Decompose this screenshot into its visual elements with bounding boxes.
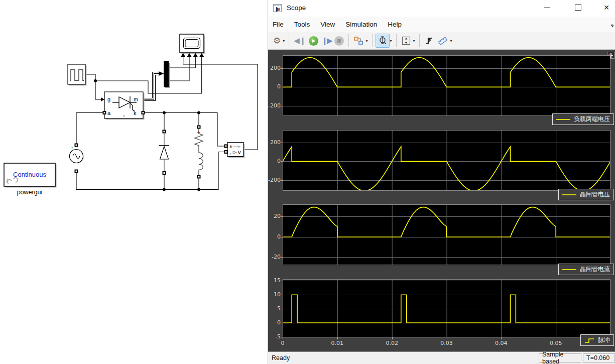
- measurements-button[interactable]: [436, 34, 450, 47]
- wire-vm-to-scope1[interactable]: [183, 57, 258, 150]
- y-tick-label: 20: [267, 213, 281, 219]
- y-tick-label: 200: [267, 65, 281, 71]
- x-tick-label: 0.02: [381, 340, 403, 346]
- measurements-caret-icon[interactable]: ▾: [450, 39, 452, 43]
- y-tick-label: 10: [267, 291, 281, 298]
- toolbar: ⚙ ▾ ◀❙ ▶ ❙▶ ▾ ▾ ▾: [268, 32, 615, 50]
- vm-plus-label: +: [229, 144, 232, 150]
- screen: g m a k +: [0, 0, 615, 364]
- y-tick-label: 5: [267, 305, 281, 312]
- port-label-k: k: [134, 110, 137, 116]
- port-label-a: a: [107, 110, 111, 116]
- x-tick-label: 0.03: [436, 340, 458, 346]
- inductor-icon: [199, 148, 203, 173]
- step-back-button[interactable]: ◀❙: [292, 34, 307, 47]
- step-back-icon: ◀❙: [294, 36, 306, 45]
- legend-label: 负载两端电压: [574, 115, 610, 124]
- scope-window-icon: [273, 4, 282, 12]
- menu-bar: File Tools View Simulation Help: [268, 17, 615, 32]
- wire-demux2-to-scope2[interactable]: [169, 57, 189, 81]
- menu-help[interactable]: Help: [387, 19, 403, 30]
- wire-cathode-rail[interactable]: [143, 113, 224, 147]
- x-tick-label: 0: [272, 340, 294, 346]
- legend-label: 脉冲: [598, 336, 610, 344]
- thyristor-block[interactable]: g m a k: [103, 92, 145, 120]
- vm-output-label: v: [238, 149, 241, 155]
- simulation-blocks-button[interactable]: [352, 34, 365, 47]
- ac-voltage-source-block[interactable]: +: [70, 144, 84, 173]
- trigger-button[interactable]: [423, 34, 436, 47]
- maximize-button[interactable]: [567, 0, 588, 15]
- demux-block[interactable]: [164, 62, 170, 88]
- run-button[interactable]: ▶: [307, 34, 320, 47]
- menu-view[interactable]: View: [319, 19, 336, 30]
- measurements-ruler-icon: [437, 36, 448, 46]
- wire-demux1-to-scope3[interactable]: [169, 57, 195, 68]
- minimize-button[interactable]: [537, 0, 558, 15]
- subplot-pulse[interactable]: [283, 279, 610, 337]
- legend-label: 晶闸管电压: [580, 190, 610, 199]
- wire-m-bundle-3[interactable]: [143, 75, 159, 101]
- zoom-y-caret-icon[interactable]: ▾: [390, 39, 392, 43]
- x-tick-label: 0.05: [545, 340, 567, 346]
- wire-m-bundle-2[interactable]: [143, 74, 159, 100]
- scope-block[interactable]: [180, 34, 205, 57]
- menu-tools[interactable]: Tools: [293, 19, 311, 30]
- diode-block[interactable]: [159, 130, 169, 175]
- resistor-icon: [195, 129, 203, 149]
- simulation-blocks-icon: [353, 36, 363, 46]
- span-caret-icon[interactable]: ▾: [413, 39, 415, 43]
- subplot-load-voltage[interactable]: [283, 55, 610, 116]
- legend-pulse[interactable]: 脉冲: [580, 334, 614, 346]
- simulation-time-panel: T=0.060: [583, 353, 615, 362]
- y-tick-label: 0: [267, 83, 281, 90]
- subplot-thyristor-voltage[interactable]: [283, 130, 610, 191]
- simulation-blocks-caret-icon[interactable]: ▾: [365, 39, 367, 43]
- stop-button[interactable]: [333, 34, 345, 47]
- source-polarity-label: +: [71, 146, 73, 151]
- configuration-button[interactable]: ⚙: [272, 34, 282, 47]
- maximize-icon: [575, 5, 581, 11]
- legend-load-voltage[interactable]: 负载两端电压: [552, 113, 614, 125]
- step-forward-icon: ❙▶: [321, 36, 331, 45]
- voltage-measurement-block[interactable]: + - v: [224, 143, 245, 158]
- close-icon: ✕: [603, 4, 609, 11]
- wire-pulse-to-gate[interactable]: [85, 74, 101, 99]
- legend-thyristor-current[interactable]: 晶闸管电流: [558, 264, 614, 275]
- y-tick-label: -20: [267, 254, 281, 260]
- minimize-icon: [544, 8, 550, 8]
- powergui-block[interactable]: Continuous powergui: [4, 163, 57, 196]
- status-bar: Ready Sample based T=0.060: [268, 351, 615, 364]
- x-tick-label: 0.01: [326, 340, 348, 346]
- stop-icon: [334, 36, 344, 46]
- legend-thyristor-voltage[interactable]: 晶闸管电压: [558, 189, 614, 200]
- legend-sample-icon: [585, 339, 594, 342]
- menu-simulation[interactable]: Simulation: [344, 19, 378, 30]
- menu-file[interactable]: File: [272, 19, 285, 30]
- title-bar[interactable]: Scope ✕: [268, 0, 615, 17]
- step-forward-button[interactable]: ❙▶: [320, 34, 333, 47]
- wire-m-bundle-1[interactable]: [143, 72, 159, 98]
- demux-input-arrow-icon: [159, 71, 164, 76]
- y-tick-label: 0: [267, 319, 281, 326]
- x-tick-label: 0.04: [490, 340, 512, 346]
- wire-pulse-to-scope4[interactable]: [95, 57, 202, 93]
- span-icon: [401, 36, 411, 46]
- gate-arrow-icon: [101, 97, 104, 101]
- powergui-name-label: powergui: [17, 189, 43, 196]
- port-label-g: g: [107, 96, 110, 102]
- zoom-y-icon: [378, 36, 388, 46]
- status-text: Ready: [272, 354, 290, 361]
- window-title: Scope: [287, 4, 306, 12]
- zoom-y-button[interactable]: [376, 34, 390, 48]
- scope-plot-area: 2000-200负载两端电压2000-200晶闸管电压200-20晶闸管电流15…: [268, 50, 615, 351]
- close-button[interactable]: ✕: [596, 0, 615, 15]
- rl-branch-block[interactable]: +: [195, 126, 203, 179]
- subplot-thyristor-current[interactable]: [283, 204, 610, 265]
- y-tick-label: -200: [267, 177, 281, 183]
- configuration-caret-icon[interactable]: ▾: [283, 39, 285, 43]
- y-tick-label: -5: [267, 333, 281, 340]
- wire-anode-to-source[interactable]: [76, 113, 104, 144]
- pulse-generator-block[interactable]: [68, 64, 87, 86]
- span-button[interactable]: [400, 34, 413, 47]
